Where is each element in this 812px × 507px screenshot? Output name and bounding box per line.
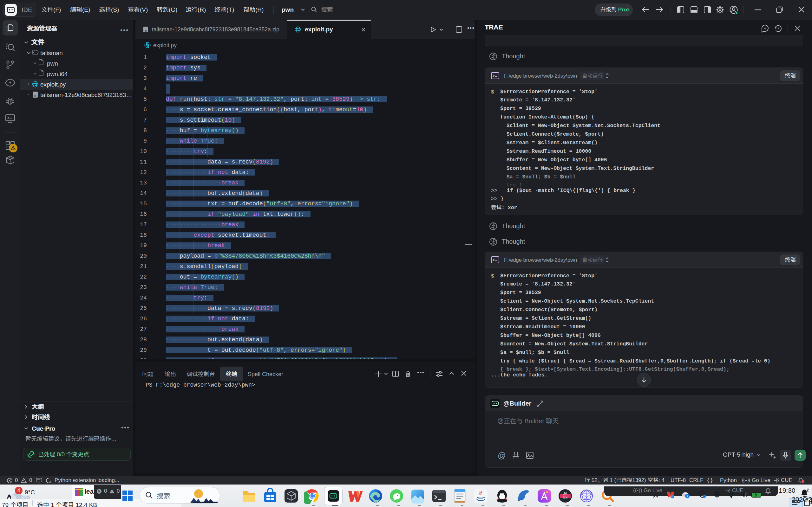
svg-text:DX: DX bbox=[563, 496, 568, 500]
svg-text:JA: JA bbox=[563, 492, 568, 495]
svg-text:i: i bbox=[687, 494, 688, 498]
